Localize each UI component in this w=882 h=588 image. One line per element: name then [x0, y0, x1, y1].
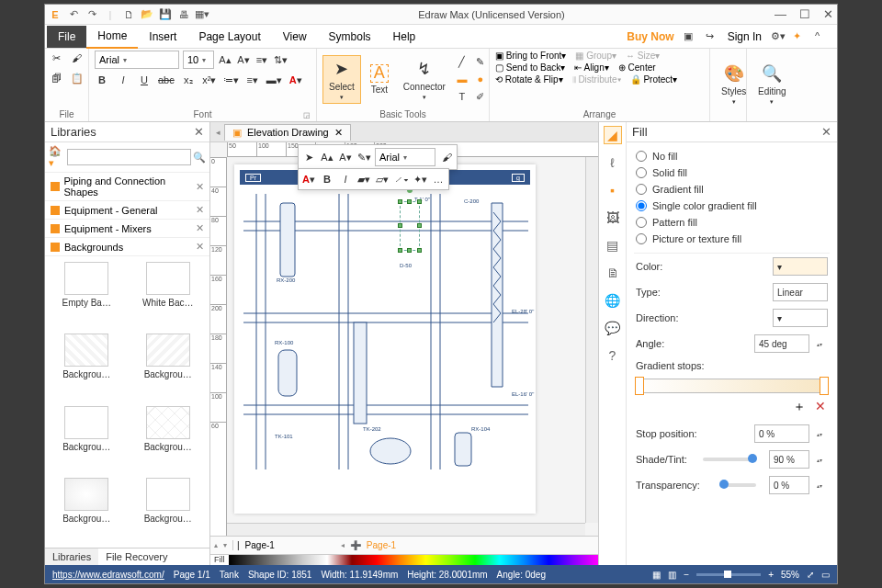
sign-in-link[interactable]: Sign In	[728, 30, 762, 43]
distribute-button[interactable]: ⫴ Distribute▾	[572, 74, 621, 85]
library-category[interactable]: Equipment - Mixers✕	[45, 220, 209, 238]
close-libraries-icon[interactable]: ✕	[194, 125, 204, 139]
bold-icon[interactable]: B	[95, 73, 109, 87]
remove-category-icon[interactable]: ✕	[196, 204, 204, 216]
ft-border-icon[interactable]: ▱▾	[375, 172, 390, 187]
view-presentation-icon[interactable]: ▦	[652, 570, 661, 580]
ft-highlight-icon[interactable]: ✎▾	[356, 150, 371, 164]
page-nav-label[interactable]: Page-1	[245, 540, 275, 550]
page-first-icon[interactable]: ▴	[214, 541, 218, 549]
page-last-icon[interactable]: ▾	[223, 541, 227, 549]
center-button[interactable]: ⊕ Center	[618, 62, 656, 73]
tab-view[interactable]: View	[272, 26, 318, 48]
shade-spinner[interactable]: ▴▾	[817, 457, 828, 463]
color-swatches[interactable]	[229, 555, 599, 565]
connector-tool[interactable]: ↯Connector▾	[398, 56, 451, 103]
italic-icon[interactable]: I	[116, 73, 130, 87]
close-fill-panel-icon[interactable]: ✕	[821, 125, 831, 139]
library-item[interactable]: Backgrou…	[132, 406, 205, 470]
trans-input[interactable]: 0 %	[769, 476, 809, 494]
screenshot-icon[interactable]: ▣	[684, 30, 696, 43]
gradient-stops-slider[interactable]	[636, 379, 828, 393]
strike-icon[interactable]: abc	[158, 73, 175, 87]
tab-help[interactable]: Help	[382, 26, 427, 48]
library-item[interactable]: Backgrou…	[132, 334, 205, 398]
gear-icon[interactable]: ⚙▾	[771, 30, 784, 43]
library-item[interactable]: White Bac…	[132, 262, 205, 326]
ft-pointer-icon[interactable]: ➤	[301, 150, 316, 164]
font-dialog-icon[interactable]: ◲	[303, 111, 311, 119]
remove-category-icon[interactable]: ✕	[196, 241, 204, 253]
close-icon[interactable]: ✕	[823, 7, 833, 21]
library-item[interactable]: Backgrou…	[132, 478, 205, 542]
library-item[interactable]: Backgrou…	[51, 406, 123, 470]
editing-button[interactable]: 🔍Editing▾	[752, 61, 792, 107]
remove-category-icon[interactable]: ✕	[196, 181, 204, 193]
ft-italic-icon[interactable]: I	[338, 172, 353, 187]
trans-spinner[interactable]: ▴▾	[817, 482, 828, 489]
select-tool[interactable]: ➤Select▾	[322, 55, 361, 104]
tab-file-recovery[interactable]: File Recovery	[98, 548, 175, 565]
highlight-icon[interactable]: ▬▾	[266, 73, 282, 87]
add-page-icon[interactable]: ➕	[350, 540, 361, 550]
home-icon[interactable]: 🏠▾	[49, 145, 65, 169]
font-size-select[interactable]: 10	[183, 51, 214, 69]
drawing-page[interactable]: Prg	[234, 164, 536, 514]
format-painter-icon[interactable]: 🖌	[70, 51, 85, 65]
scrollbar-vertical[interactable]	[585, 157, 598, 523]
copy-icon[interactable]: 🗐	[50, 71, 64, 85]
ft-bold-icon[interactable]: B	[320, 172, 334, 187]
redo-icon[interactable]: ↷	[85, 8, 98, 21]
open-icon[interactable]: 📂	[141, 8, 153, 21]
library-category[interactable]: Piping and Connection Shapes✕	[45, 173, 209, 201]
zoom-out-icon[interactable]: −	[684, 570, 689, 580]
underline-icon[interactable]: U	[137, 73, 152, 87]
fill-tab-icon[interactable]: ◢	[604, 126, 622, 144]
fit-icon[interactable]: ⤢	[807, 570, 814, 580]
save-icon[interactable]: 💾	[159, 8, 172, 21]
stop-pos-input[interactable]: 0 %	[754, 424, 809, 443]
minimize-icon[interactable]: —	[775, 7, 786, 21]
status-url[interactable]: https://www.edrawsoft.com/	[52, 570, 164, 580]
brand-icon[interactable]: ✦	[793, 30, 806, 43]
pencil-icon[interactable]: ✎	[473, 54, 488, 69]
bullets-icon[interactable]: ≔▾	[223, 73, 239, 87]
ft-line-icon[interactable]: ⟋▾	[393, 172, 409, 187]
tab-symbols[interactable]: Symbols	[318, 26, 382, 48]
new-icon[interactable]: 🗋	[122, 8, 135, 21]
library-category[interactable]: Backgrounds✕	[45, 238, 209, 256]
active-page-tab[interactable]: Page-1	[367, 540, 396, 550]
radio-solid-fill[interactable]: Solid fill	[636, 164, 828, 181]
canvas[interactable]: 50100150×180220 040801201602001801401006…	[210, 142, 598, 536]
ft-format-painter-icon[interactable]: 🖌	[439, 150, 454, 164]
tab-libraries[interactable]: Libraries	[45, 548, 98, 565]
tab-scroll-left-icon[interactable]: ◂	[212, 128, 224, 137]
color-picker[interactable]: ▾	[773, 257, 828, 276]
grow-font-icon[interactable]: A▴	[218, 52, 232, 67]
remove-category-icon[interactable]: ✕	[196, 222, 204, 234]
align-button[interactable]: ⇤ Align▾	[574, 62, 608, 73]
library-search-input[interactable]	[67, 149, 191, 165]
shrink-font-icon[interactable]: A▾	[236, 52, 251, 67]
angle-spinner[interactable]: ▴▾	[817, 341, 828, 347]
tab-page-layout[interactable]: Page Layout	[187, 26, 271, 48]
library-item[interactable]: Backgrou…	[51, 334, 123, 398]
highlighter-icon[interactable]: ✐	[473, 89, 488, 104]
rect-shape-icon[interactable]: ▬	[455, 72, 469, 86]
undo-icon[interactable]: ↶	[67, 8, 80, 21]
ft-tools-icon[interactable]: ✦▾	[413, 172, 427, 187]
radio-no-fill[interactable]: No fill	[636, 148, 828, 164]
view-normal-icon[interactable]: ▥	[668, 570, 676, 580]
radio-pattern-fill[interactable]: Pattern fill	[636, 214, 828, 231]
search-icon[interactable]: 🔍	[193, 152, 206, 164]
collapse-ribbon-icon[interactable]: ^	[815, 30, 828, 43]
ft-fill-icon[interactable]: ▰▾	[356, 172, 371, 187]
zoom-slider[interactable]	[696, 573, 761, 576]
type-select[interactable]: Linear	[773, 283, 828, 301]
print-icon[interactable]: 🖶	[177, 8, 190, 21]
line-shape-icon[interactable]: ╱	[455, 54, 469, 69]
maximize-icon[interactable]: ☐	[799, 7, 810, 21]
shade-input[interactable]: 90 %	[769, 450, 809, 469]
buy-now-link[interactable]: Buy Now	[627, 30, 673, 43]
subscript-icon[interactable]: x₂	[181, 73, 196, 87]
